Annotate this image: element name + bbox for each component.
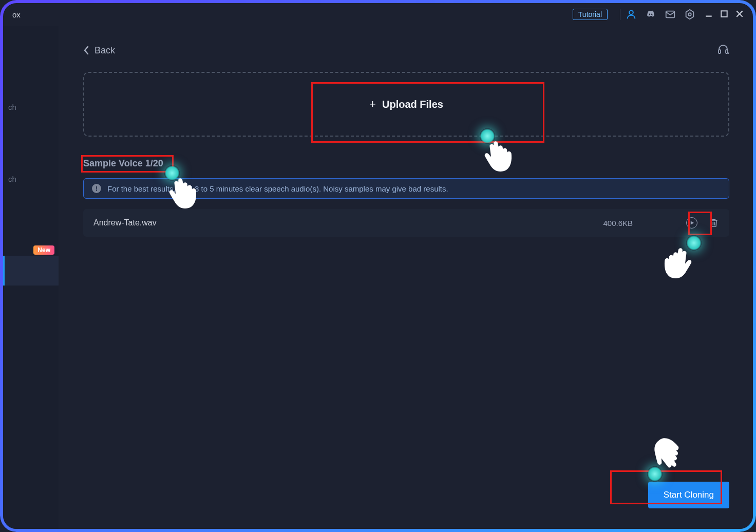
titlebar: ox Tutorial — [3, 3, 753, 26]
info-text: For the best results, p ad 3 to 5 minute… — [107, 184, 448, 193]
minimize-button[interactable] — [705, 10, 713, 20]
headphones-icon[interactable] — [717, 43, 729, 58]
delete-button[interactable] — [709, 217, 719, 229]
sidebar-item-label: ch — [8, 103, 16, 111]
sidebar-item[interactable]: ch — [3, 46, 59, 118]
back-button[interactable]: Back — [83, 45, 115, 56]
svg-rect-4 — [721, 11, 727, 16]
file-size: 400.6KB — [603, 219, 633, 227]
play-button[interactable] — [686, 217, 697, 229]
plus-icon: + — [369, 98, 376, 111]
sidebar-item[interactable]: ch — [3, 118, 59, 190]
back-label: Back — [94, 45, 115, 56]
user-icon[interactable] — [626, 9, 637, 20]
tutorial-button[interactable]: Tutorial — [573, 9, 608, 20]
svg-point-2 — [688, 13, 691, 16]
start-cloning-button[interactable]: Start Cloning — [648, 482, 729, 508]
file-name: Andrew-Tate.wav — [93, 218, 595, 227]
separator — [620, 9, 620, 20]
section-title: Sample Voice 1/20 — [83, 158, 729, 169]
file-row: Andrew-Tate.wav 400.6KB — [83, 209, 729, 237]
main-panel: Back + Upload Files Sample Voice 1/20 ! … — [59, 26, 753, 529]
settings-hex-icon[interactable] — [684, 9, 695, 20]
info-banner: ! For the best results, p ad 3 to 5 minu… — [83, 178, 729, 199]
maximize-button[interactable] — [720, 10, 728, 20]
app-title: ox — [12, 10, 21, 19]
sidebar: ch ch New — [3, 26, 59, 529]
close-button[interactable] — [735, 10, 744, 20]
sidebar-item-label: ch — [8, 175, 16, 183]
svg-rect-8 — [726, 50, 728, 53]
mail-icon[interactable] — [665, 9, 676, 20]
upload-label: Upload Files — [382, 99, 443, 110]
info-icon: ! — [92, 184, 101, 193]
svg-point-0 — [629, 10, 633, 14]
svg-rect-7 — [719, 50, 721, 53]
sidebar-item-active[interactable]: New — [3, 190, 59, 262]
new-badge: New — [33, 245, 54, 255]
chevron-left-icon — [83, 46, 89, 55]
discord-icon[interactable] — [645, 9, 656, 20]
upload-dropzone[interactable]: + Upload Files — [83, 72, 729, 137]
